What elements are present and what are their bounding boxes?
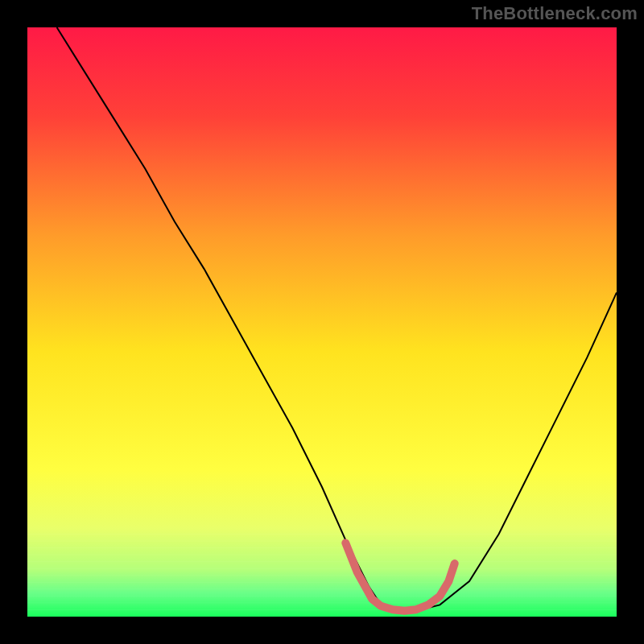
chart-svg (27, 27, 617, 617)
plot-area (27, 27, 617, 617)
watermark-text: TheBottleneck.com (472, 3, 638, 24)
gradient-rect (27, 27, 617, 617)
chart-frame: TheBottleneck.com (0, 0, 644, 644)
